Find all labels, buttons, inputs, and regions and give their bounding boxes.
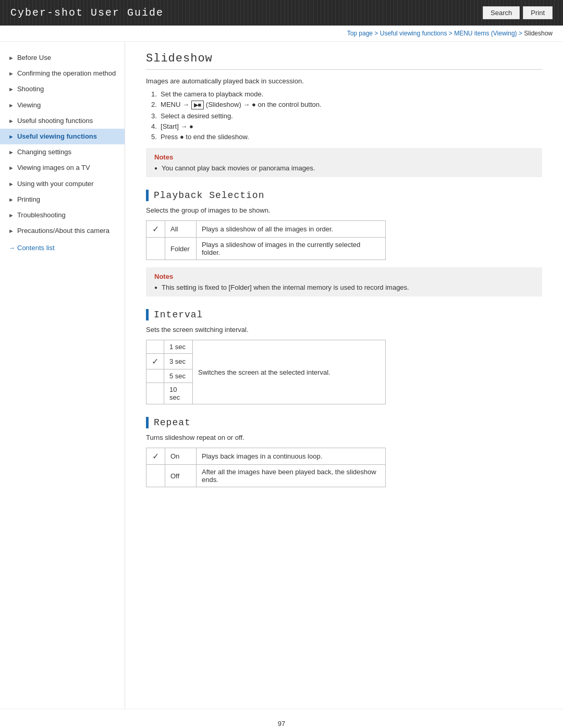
desc-cell: Plays back images in a continuous loop. [197,448,386,465]
sidebar-item-label: Viewing [17,101,41,110]
steps-list: 1. Set the camera to playback mode. 2. M… [146,90,542,141]
breadcrumb-top[interactable]: Top page [347,30,373,37]
sidebar-item-before-use[interactable]: ► Before Use [0,50,125,66]
step-3: 3. Select a desired setting. [146,112,542,120]
arrow-icon: ► [8,212,14,219]
sidebar-item-shooting[interactable]: ► Shooting [0,81,125,97]
sidebar-item-label: Using with your computer [17,179,94,189]
arrow-icon: ► [8,149,14,156]
sidebar-item-printing[interactable]: ► Printing [0,192,125,207]
check-icon: ✓ [152,357,158,366]
label-cell: 5 sec [164,369,193,383]
sidebar-item-viewing[interactable]: ► Viewing [0,97,125,113]
check-cell: ✓ [146,221,165,238]
notes-item-2: This setting is fixed to [Folder] when t… [154,283,534,291]
step-4: 4. [Start] → ● [146,122,542,130]
arrow-icon: ► [8,117,14,125]
contents-list-label: Contents list [17,244,55,252]
intro-text: Images are automatically played back in … [146,77,542,85]
playback-desc: Selects the group of images to be shown. [146,206,542,214]
sidebar-item-precautions[interactable]: ► Precautions/About this camera [0,223,125,239]
check-cell: ✓ [146,448,165,465]
step-2: 2. MENU → ▶■ (Slideshow) → ● on the cont… [146,101,542,109]
desc-cell: After all the images have been played ba… [197,465,386,487]
check-cell [146,369,164,383]
sidebar-item-viewing-tv[interactable]: ► Viewing images on a TV [0,160,125,176]
arrow-icon: ► [8,227,14,235]
desc-cell: Plays a slideshow of images in the curre… [197,238,386,260]
arrow-icon: ► [8,102,14,109]
desc-cell: Switches the screen at the selected inte… [193,340,386,404]
label-cell: 10 sec [164,383,193,404]
label-cell: 3 sec [164,354,193,369]
sidebar-item-label: Troubleshooting [17,211,66,220]
sidebar-item-label: Useful viewing functions [17,132,97,141]
step-1: 1. Set the camera to playback mode. [146,90,542,98]
page-number: 97 [278,720,285,727]
step-5: 5. Press ● to end the slideshow. [146,133,542,141]
repeat-section-heading: Repeat [146,417,542,428]
blue-bar-icon [146,190,149,201]
arrow-icon: ► [8,180,14,188]
breadcrumb: Top page > Useful viewing functions > ME… [0,26,563,42]
sidebar-item-computer[interactable]: ► Using with your computer [0,176,125,192]
blue-bar-icon [146,309,149,320]
notes-box-2: Notes This setting is fixed to [Folder] … [146,267,542,297]
sidebar-item-confirming[interactable]: ► Confirming the operation method [0,66,125,81]
label-cell: Off [165,465,197,487]
interval-desc: Sets the screen switching interval. [146,326,542,334]
sidebar-item-label: Before Use [17,53,51,63]
repeat-heading-text: Repeat [154,417,191,428]
check-cell [146,465,165,487]
sidebar-item-useful-shooting[interactable]: ► Useful shooting functions [0,113,125,129]
arrow-right-icon: → [8,244,15,252]
repeat-table: ✓ On Plays back images in a continuous l… [146,448,386,487]
search-button[interactable]: Search [483,6,520,19]
table-row: Off After all the images have been playe… [146,465,386,487]
desc-cell: Plays a slideshow of all the images in o… [197,221,386,238]
table-row: ✓ All Plays a slideshow of all the image… [146,221,386,238]
sidebar-item-label: Shooting [17,84,44,94]
sidebar: ► Before Use ► Confirming the operation … [0,42,125,709]
sidebar-item-label: Changing settings [17,147,71,157]
arrow-icon: ► [8,70,14,78]
notes-title-1: Notes [154,153,534,161]
sidebar-item-label: Precautions/About this camera [17,226,109,236]
interval-table: 1 sec Switches the screen at the selecte… [146,340,386,404]
breadcrumb-current: Slideshow [524,30,553,37]
check-cell [146,340,164,354]
page-title: Slideshow [146,52,542,70]
blue-bar-icon [146,417,149,428]
check-cell [146,238,165,260]
arrow-icon: ► [8,54,14,62]
sidebar-item-label: Confirming the operation method [17,69,116,78]
main-content: Slideshow Images are automatically playe… [125,42,563,709]
arrow-icon: ► [8,164,14,172]
notes-item-1: You cannot play back movies or panorama … [154,164,534,172]
check-cell [146,383,164,404]
breadcrumb-useful[interactable]: Useful viewing functions [380,30,447,37]
notes-box-1: Notes You cannot play back movies or pan… [146,148,542,177]
contents-list-link[interactable]: → Contents list [0,239,125,257]
playback-section-heading: Playback Selection [146,190,542,201]
sidebar-item-troubleshooting[interactable]: ► Troubleshooting [0,207,125,223]
breadcrumb-menu[interactable]: MENU items (Viewing) [454,30,517,37]
header-buttons: Search Print [483,6,553,19]
label-cell: On [165,448,197,465]
footer: 97 [0,709,563,728]
repeat-desc: Turns slideshow repeat on or off. [146,434,542,441]
label-cell: All [165,221,197,238]
print-button[interactable]: Print [523,6,553,19]
table-row: ✓ On Plays back images in a continuous l… [146,448,386,465]
interval-section-heading: Interval [146,309,542,320]
check-icon: ✓ [152,225,159,233]
layout: ► Before Use ► Confirming the operation … [0,42,563,709]
table-row: Folder Plays a slideshow of images in th… [146,238,386,260]
interval-heading-text: Interval [154,310,203,320]
sidebar-item-changing-settings[interactable]: ► Changing settings [0,144,125,160]
playback-table: ✓ All Plays a slideshow of all the image… [146,220,386,260]
header-title: Cyber-shot User Guide [10,7,164,19]
sidebar-item-useful-viewing[interactable]: ► Useful viewing functions [0,129,125,144]
check-icon: ✓ [152,452,159,461]
table-row: 1 sec Switches the screen at the selecte… [146,340,386,354]
